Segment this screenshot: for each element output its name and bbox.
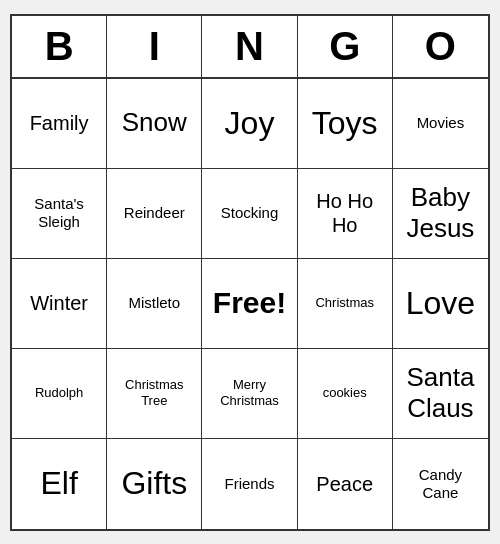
header-letter-o: O	[393, 16, 488, 77]
bingo-cell-16: ChristmasTree	[107, 349, 202, 439]
bingo-cell-15: Rudolph	[12, 349, 107, 439]
bingo-cell-6: Reindeer	[107, 169, 202, 259]
bingo-cell-21: Gifts	[107, 439, 202, 529]
bingo-cell-11: Mistleto	[107, 259, 202, 349]
bingo-cell-4: Movies	[393, 79, 488, 169]
header-letter-n: N	[202, 16, 297, 77]
bingo-cell-1: Snow	[107, 79, 202, 169]
header-letter-g: G	[298, 16, 393, 77]
bingo-grid: FamilySnowJoyToysMoviesSanta'sSleighRein…	[12, 79, 488, 529]
bingo-cell-13: Christmas	[298, 259, 393, 349]
bingo-cell-20: Elf	[12, 439, 107, 529]
header-letter-i: I	[107, 16, 202, 77]
bingo-cell-19: SantaClaus	[393, 349, 488, 439]
bingo-cell-12: Free!	[202, 259, 297, 349]
bingo-cell-5: Santa'sSleigh	[12, 169, 107, 259]
bingo-cell-9: BabyJesus	[393, 169, 488, 259]
bingo-card: BINGO FamilySnowJoyToysMoviesSanta'sSlei…	[10, 14, 490, 531]
bingo-cell-7: Stocking	[202, 169, 297, 259]
bingo-cell-2: Joy	[202, 79, 297, 169]
bingo-cell-18: cookies	[298, 349, 393, 439]
bingo-cell-24: CandyCane	[393, 439, 488, 529]
header-letter-b: B	[12, 16, 107, 77]
bingo-cell-10: Winter	[12, 259, 107, 349]
bingo-cell-8: Ho HoHo	[298, 169, 393, 259]
bingo-cell-3: Toys	[298, 79, 393, 169]
bingo-cell-23: Peace	[298, 439, 393, 529]
bingo-cell-22: Friends	[202, 439, 297, 529]
bingo-cell-0: Family	[12, 79, 107, 169]
bingo-cell-17: MerryChristmas	[202, 349, 297, 439]
bingo-header: BINGO	[12, 16, 488, 79]
bingo-cell-14: Love	[393, 259, 488, 349]
